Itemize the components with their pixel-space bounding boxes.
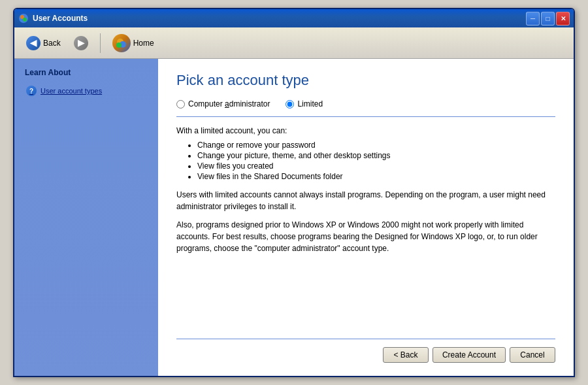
radio-limited-option[interactable]: Limited (286, 99, 323, 109)
toolbar: ◀ Back ▶ Home (14, 27, 574, 59)
toolbar-separator (100, 33, 101, 53)
window-controls: ─ □ ✕ (526, 12, 570, 25)
svg-point-5 (116, 42, 122, 48)
help-icon: ? (26, 86, 37, 96)
list-item: Change or remove your password (197, 141, 555, 150)
desc-list: Change or remove your password Change yo… (176, 141, 555, 181)
title-bar-left: User Accounts (18, 13, 88, 24)
back-label: Back (43, 39, 61, 48)
sidebar-item-user-account-types[interactable]: ? User account types (22, 84, 150, 98)
desc-para-2: Also, programs designed prior to Windows… (176, 219, 555, 254)
top-divider (176, 116, 555, 117)
sidebar-section-title: Learn About (22, 67, 150, 78)
maximize-button[interactable]: □ (541, 12, 555, 25)
forward-circle: ▶ (74, 36, 88, 50)
back-circle: ◀ (26, 36, 41, 50)
window-title: User Accounts (33, 14, 88, 23)
list-item: View files in the Shared Documents folde… (197, 172, 555, 181)
close-button[interactable]: ✕ (556, 12, 570, 25)
radio-limited-label: Limited (297, 99, 323, 109)
svg-point-2 (23, 18, 27, 22)
content-area: Learn About ? User account types Pick an… (14, 59, 574, 376)
bottom-divider (176, 339, 555, 339)
back-action-button[interactable]: < Back (383, 347, 429, 363)
button-row: < Back Create Account Cancel (176, 347, 555, 363)
home-label: Home (133, 39, 154, 48)
radio-admin-label: Computer administrator (188, 99, 270, 109)
radio-group: Computer administrator Limited (176, 99, 555, 109)
forward-button[interactable]: ▶ (70, 33, 92, 53)
description-section: With a limited account, you can: Change … (176, 126, 555, 339)
cancel-button[interactable]: Cancel (510, 347, 555, 363)
title-bar: User Accounts ─ □ ✕ (14, 9, 574, 27)
radio-admin-option[interactable]: Computer administrator (176, 99, 270, 109)
home-button[interactable]: Home (108, 31, 158, 55)
radio-admin[interactable] (176, 100, 185, 109)
create-account-button[interactable]: Create Account (433, 347, 506, 363)
list-item: Change your picture, theme, and other de… (197, 151, 555, 160)
home-icon (112, 34, 131, 52)
window-icon (18, 13, 29, 24)
desc-para-1: Users with limited accounts cannot alway… (176, 189, 555, 212)
back-button[interactable]: ◀ Back (22, 33, 65, 53)
sidebar: Learn About ? User account types (14, 59, 158, 376)
minimize-button[interactable]: ─ (526, 12, 540, 25)
user-accounts-window: User Accounts ─ □ ✕ ◀ Back ▶ Home (13, 8, 575, 377)
sidebar-item-label: User account types (41, 87, 102, 95)
list-item: View files you created (197, 161, 555, 171)
desc-intro: With a limited account, you can: (176, 126, 555, 135)
page-title: Pick an account type (176, 72, 555, 89)
main-panel: Pick an account type Computer administra… (158, 59, 574, 376)
radio-limited[interactable] (286, 100, 294, 109)
